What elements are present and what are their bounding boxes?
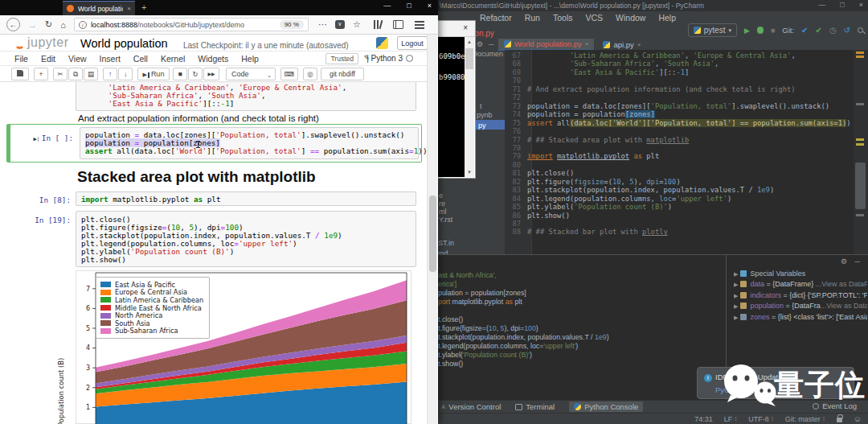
toolwindow-terminal[interactable]: Terminal bbox=[515, 402, 555, 411]
pycharm-maximize-button[interactable]: □ bbox=[840, 1, 844, 9]
search-everywhere-button[interactable] bbox=[858, 27, 863, 33]
library-icon[interactable] bbox=[374, 20, 382, 29]
git-commit-button[interactable]: ✔ bbox=[815, 26, 821, 35]
paste-cell-button[interactable]: ▤ bbox=[84, 68, 98, 80]
save-button[interactable] bbox=[11, 68, 29, 80]
add-cell-button[interactable]: + bbox=[34, 68, 48, 80]
menu-run[interactable]: Run bbox=[525, 13, 540, 23]
jupyter-logo[interactable]: jupyter bbox=[14, 35, 69, 50]
menu-widgets[interactable]: Widgets bbox=[198, 54, 228, 64]
line-separator-indicator[interactable]: LF↕ bbox=[724, 415, 738, 423]
new-tab-button[interactable]: + bbox=[141, 2, 146, 12]
copy-cell-button[interactable]: ⧉ bbox=[68, 68, 83, 80]
project-tree-item[interactable]: pynb bbox=[477, 111, 493, 119]
cell-type-select[interactable]: Code⌄ bbox=[226, 68, 276, 80]
restart-run-all-button[interactable]: ▶▶ bbox=[203, 68, 219, 80]
stop-button[interactable]: ■ bbox=[173, 68, 187, 80]
home-button[interactable]: ⌂ bbox=[60, 20, 66, 30]
back-button[interactable]: ← bbox=[6, 18, 20, 31]
run-button[interactable]: ▶ bbox=[744, 27, 750, 35]
project-tree-item[interactable]: e bbox=[439, 191, 443, 200]
menu-view[interactable]: View bbox=[68, 54, 87, 64]
code-editor[interactable]: 67 'Latin America & Caribbean', 'Europe … bbox=[505, 50, 854, 254]
pycharm-close-button[interactable]: × bbox=[859, 1, 863, 9]
sidebar-icon[interactable] bbox=[393, 20, 403, 29]
page-actions-icon[interactable]: ⋯ bbox=[318, 19, 327, 30]
forward-button[interactable]: → bbox=[28, 20, 37, 30]
project-tree-item[interactable]: t bbox=[480, 102, 482, 110]
expand-arrow-icon[interactable]: ▶ bbox=[734, 293, 738, 298]
markdown-cell[interactable]: And extract population information (and … bbox=[78, 113, 319, 123]
expand-arrow-icon[interactable]: ▶ bbox=[734, 282, 738, 287]
variable-row[interactable]: ▶data = {DataFrame} ...View as DataFrame bbox=[734, 280, 867, 288]
window-minimize-button[interactable]: — bbox=[383, 2, 391, 10]
editor-scrollbar[interactable] bbox=[854, 50, 868, 254]
project-tree-item[interactable]: Y.rst bbox=[439, 216, 452, 224]
console-output[interactable]: ast & North Africa',erica']pulation = po… bbox=[438, 271, 609, 368]
toolwindow-python-console[interactable]: Python Console bbox=[569, 401, 643, 412]
bookmark-star-icon[interactable]: ☆ bbox=[353, 19, 361, 30]
run-config-select[interactable]: pytest ▾ bbox=[688, 23, 737, 37]
move-cell-up-button[interactable]: ↑ bbox=[103, 68, 117, 80]
zoom-indicator[interactable]: 90 % bbox=[280, 20, 304, 29]
menu-edit[interactable]: Edit bbox=[41, 54, 55, 64]
project-hide-icon[interactable]: ─ bbox=[489, 40, 493, 48]
cut-cell-button[interactable]: ✂ bbox=[53, 68, 68, 80]
scrollbar-thumb[interactable] bbox=[465, 48, 473, 69]
debug-button[interactable] bbox=[757, 27, 764, 34]
url-bar[interactable]: i localhost:8888/notebooks/GitHub/jupyte… bbox=[74, 18, 309, 31]
run-cell-button[interactable]: ▶ Run bbox=[137, 68, 170, 80]
popup-scrollbar[interactable]: ▲ ▼ bbox=[465, 37, 474, 177]
scroll-down-icon[interactable]: ▼ bbox=[465, 167, 474, 177]
expand-arrow-icon[interactable]: ▶ bbox=[734, 303, 738, 309]
move-cell-down-button[interactable]: ↓ bbox=[118, 68, 133, 80]
project-tree-item[interactable]: re bbox=[439, 200, 445, 208]
variables-hide-icon[interactable]: ─ bbox=[855, 257, 860, 266]
variable-row[interactable]: ▶Special Variables bbox=[734, 270, 867, 278]
menu-cell[interactable]: Cell bbox=[133, 54, 148, 64]
restart-kernel-button[interactable]: ↻ bbox=[188, 68, 203, 80]
scroll-up-icon[interactable]: ▲ bbox=[465, 37, 474, 47]
notebook-title[interactable]: World population bbox=[80, 37, 168, 50]
history-icon[interactable]: ◷ bbox=[829, 26, 837, 35]
menu-vcs[interactable]: VCS bbox=[585, 13, 603, 23]
close-tab-icon[interactable]: × bbox=[585, 40, 589, 47]
menu-help[interactable]: Help bbox=[241, 54, 259, 64]
encoding-indicator[interactable]: UTF-8↕ bbox=[748, 415, 774, 423]
variable-row[interactable]: ▶indicators = {dict} {'SP.POP.TOTL': 'Po… bbox=[734, 291, 867, 299]
stop-button[interactable]: ■ bbox=[771, 27, 775, 35]
variable-row[interactable]: ▶population = {DataFra...View as DataFra… bbox=[734, 302, 867, 310]
expand-arrow-icon[interactable]: ▶ bbox=[734, 271, 738, 277]
inspections-icon[interactable]: ☺ bbox=[854, 414, 862, 423]
reload-button[interactable]: ↻ bbox=[45, 19, 52, 30]
caret-position[interactable]: 74:31 bbox=[694, 415, 713, 423]
jupytext-sync-button[interactable]: ◎ bbox=[303, 68, 317, 80]
code-cell-input[interactable]: import matplotlib.pyplot as plt bbox=[76, 191, 416, 206]
project-gear-icon[interactable]: ⚙ bbox=[477, 40, 483, 48]
menu-refactor[interactable]: Refactor bbox=[480, 13, 512, 23]
variables-gear-icon[interactable]: ⚙ bbox=[841, 257, 847, 266]
toolwindow-version-control[interactable]: Y Version Control bbox=[441, 402, 501, 411]
tab-world-population-py[interactable]: World population.py × bbox=[498, 39, 594, 51]
code-cell-input[interactable]: plt.close()plt.figure(figsize=(10, 5), d… bbox=[76, 211, 416, 267]
project-tree-item[interactable]: ST.in bbox=[438, 239, 454, 247]
tab-close-icon[interactable]: × bbox=[127, 5, 131, 12]
menu-window[interactable]: Window bbox=[616, 13, 645, 23]
code-cell-input[interactable]: 'Latin America & Caribbean', 'Europe & C… bbox=[76, 82, 416, 111]
menu-file[interactable]: File bbox=[14, 54, 28, 64]
git-update-button[interactable]: ✔ bbox=[801, 26, 808, 35]
close-tab-icon[interactable]: × bbox=[637, 41, 641, 48]
scrollbar-thumb[interactable] bbox=[855, 163, 866, 209]
url-text[interactable]: localhost:8888/notebooks/GitHub/jupytext… bbox=[91, 21, 276, 29]
browser-tab[interactable]: World population × bbox=[63, 1, 135, 15]
pycharm-minimize-button[interactable]: — bbox=[818, 1, 825, 9]
project-tree-item[interactable]: py bbox=[478, 121, 486, 130]
site-info-icon[interactable]: i bbox=[79, 21, 87, 29]
rollback-button[interactable]: ↺ bbox=[844, 26, 850, 35]
tab-api-py[interactable]: api.py × bbox=[597, 39, 646, 51]
variable-row[interactable]: ▶zones = {list} <class 'list'>: ['East A… bbox=[734, 313, 867, 321]
lock-icon[interactable] bbox=[837, 418, 842, 422]
expand-arrow-icon[interactable]: ▶ bbox=[734, 315, 738, 320]
command-palette-button[interactable]: ⌨ bbox=[280, 68, 298, 80]
logout-button[interactable]: Logout bbox=[397, 36, 428, 50]
